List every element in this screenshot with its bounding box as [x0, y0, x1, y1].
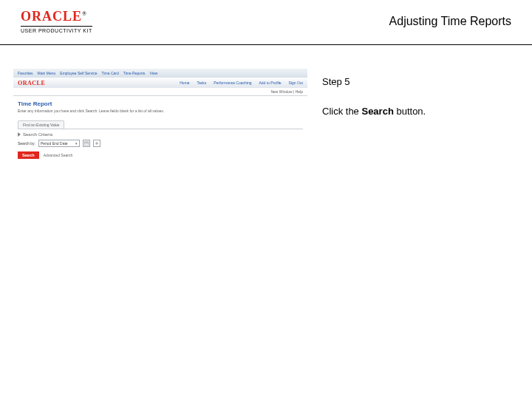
step-body: Click the Search button.	[322, 104, 426, 119]
page-title: Adjusting Time Reports	[389, 15, 511, 28]
tab-existing-value[interactable]: Find an Existing Value	[18, 120, 64, 129]
navbar: ORACLE Home Tasks Performance Coaching A…	[13, 78, 307, 88]
search-by-label: Search by:	[18, 141, 35, 146]
instructions: Step 5 Click the Search button.	[322, 75, 426, 118]
search-criteria-label: Search Criteria	[23, 132, 52, 137]
nav-link-tasks[interactable]: Tasks	[197, 81, 207, 85]
breadcrumb: Favorites Main Menu Employee Self Servic…	[13, 69, 307, 78]
chevron-right-icon	[18, 132, 21, 137]
breadcrumb-item: Main Menu	[38, 71, 56, 75]
header: ORACLE® USER PRODUCTIVITY KIT Adjusting …	[0, 0, 532, 45]
nav-link-home[interactable]: Home	[180, 81, 189, 85]
button-row: Search Advanced Search	[18, 151, 303, 159]
section-desc: Enter any information you have and click…	[18, 109, 303, 113]
trademark-icon: ®	[82, 10, 87, 17]
svg-rect-0	[84, 142, 89, 146]
subbar: New Window | Help	[13, 88, 307, 96]
brand-text: ORACLE	[21, 9, 82, 24]
chevron-down-icon: ▾	[75, 141, 78, 146]
step-label: Step 5	[322, 75, 426, 89]
breadcrumb-item: View	[150, 71, 158, 75]
breadcrumb-item: Time Card	[102, 71, 119, 75]
advanced-search-link[interactable]: Advanced Search	[44, 153, 72, 157]
page: ORACLE® USER PRODUCTIVITY KIT Adjusting …	[0, 0, 532, 399]
nav-link-performance[interactable]: Performance Coaching	[214, 81, 251, 85]
breadcrumb-item: Favorites	[18, 71, 33, 75]
screenshot-panel: Favorites Main Menu Employee Self Servic…	[13, 69, 307, 163]
logo-subtitle: USER PRODUCTIVITY KIT	[21, 26, 92, 33]
criteria-row: Search by: Period End Date ▾	[18, 140, 303, 147]
tab-underline	[18, 129, 303, 129]
dropdown-value: Period End Date	[41, 141, 68, 146]
nav-link-signout[interactable]: Sign Out	[289, 81, 303, 85]
body-area: Time Report Enter any information you ha…	[13, 96, 307, 163]
step-text-after: button.	[394, 106, 426, 117]
section-title: Time Report	[18, 100, 303, 107]
breadcrumb-item: Time Reports	[123, 71, 146, 75]
nav-links: Home Tasks Performance Coaching Add to P…	[52, 81, 303, 85]
step-text-before: Click the	[322, 106, 361, 117]
oracle-logo: ORACLE®	[21, 9, 92, 24]
search-by-dropdown[interactable]: Period End Date ▾	[38, 140, 80, 147]
step-text-bold: Search	[361, 106, 393, 117]
logo-area: ORACLE® USER PRODUCTIVITY KIT	[21, 9, 92, 33]
search-button[interactable]: Search	[18, 151, 39, 159]
calendar-icon[interactable]	[83, 140, 90, 147]
subbar-links[interactable]: New Window | Help	[270, 89, 303, 94]
search-criteria-header[interactable]: Search Criteria	[18, 132, 303, 137]
add-criteria-icon[interactable]	[93, 140, 100, 147]
nav-link-profile[interactable]: Add to Profile	[259, 81, 282, 85]
breadcrumb-item: Employee Self Service	[60, 71, 97, 75]
nav-logo: ORACLE	[18, 80, 45, 86]
